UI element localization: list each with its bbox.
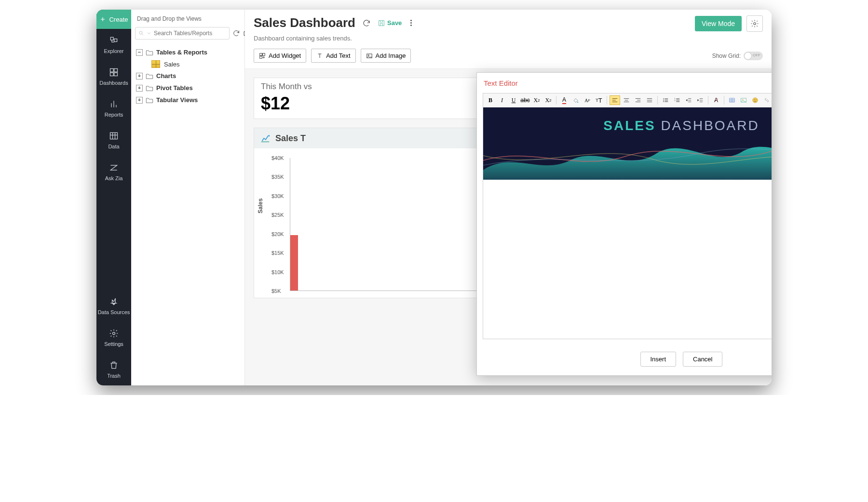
tree-root[interactable]: − Tables & Reports (135, 46, 241, 58)
tree-label: Pivot Tables (156, 84, 193, 92)
align-left-button[interactable] (610, 95, 620, 105)
nav-data-sources[interactable]: Data Sources (96, 290, 131, 322)
superscript-button[interactable]: X2 (543, 95, 554, 105)
widget-icon (259, 53, 266, 59)
folder-icon (146, 97, 153, 104)
emoji-button[interactable] (750, 95, 760, 105)
table-button[interactable] (727, 95, 737, 105)
ul-icon (662, 97, 669, 104)
settings-button[interactable] (746, 15, 763, 32)
create-button[interactable]: Create (96, 10, 131, 29)
banner-image: SALES DASHBOARD (483, 107, 772, 180)
nav-dashboards[interactable]: Dashboards (96, 61, 131, 92)
add-widget-button[interactable]: Add Widget (254, 49, 306, 63)
show-grid: Show Grid: OFF (712, 52, 763, 60)
outdent-button[interactable] (683, 95, 694, 105)
cancel-button[interactable]: Cancel (683, 352, 722, 367)
show-grid-label: Show Grid: (712, 53, 741, 59)
tree-group-charts[interactable]: + Charts (135, 70, 241, 82)
save-icon (378, 19, 385, 27)
refresh-button[interactable] (232, 28, 240, 39)
bold-button[interactable]: B (485, 95, 496, 105)
view-mode-button[interactable]: View Mode (695, 16, 742, 31)
sheet-icon (151, 60, 160, 68)
nav-reports[interactable]: Reports (96, 92, 131, 124)
nav-explorer[interactable]: Explorer (96, 29, 131, 61)
number-list-button[interactable]: 12 (672, 95, 682, 105)
btn-label: Add Text (326, 52, 350, 59)
expand-icon[interactable]: + (136, 73, 143, 79)
image-insert-button[interactable] (738, 95, 749, 105)
align-justify-icon (646, 97, 653, 104)
text-editor-modal: Text Editor B I U abc X2 X2 A AF TT (476, 72, 772, 376)
rte: B I U abc X2 X2 A AF TT (483, 93, 772, 339)
svg-point-15 (368, 54, 369, 55)
table-icon (729, 97, 735, 104)
y-tick: $30K (271, 193, 287, 199)
indent-button[interactable] (695, 95, 705, 105)
search-input[interactable] (154, 30, 226, 37)
svg-rect-4 (110, 73, 114, 76)
outdent-icon (685, 97, 692, 104)
search-input-wrap[interactable] (135, 27, 230, 40)
create-label: Create (109, 16, 128, 23)
svg-rect-0 (110, 37, 113, 40)
nav-settings[interactable]: Settings (96, 322, 131, 354)
rte-canvas[interactable]: SALES DASHBOARD (483, 107, 772, 339)
align-center-button[interactable] (621, 95, 632, 105)
tree-leaf-sales[interactable]: Sales (135, 58, 241, 70)
nav-label: Data (108, 144, 119, 149)
expand-icon[interactable]: + (136, 97, 143, 104)
nav-label: Trash (107, 373, 121, 379)
svg-point-27 (756, 99, 756, 100)
align-justify-button[interactable] (644, 95, 655, 105)
align-right-button[interactable] (633, 95, 643, 105)
nav-data[interactable]: Data (96, 124, 131, 156)
text-color-button[interactable]: A (559, 95, 570, 105)
svg-point-24 (742, 99, 743, 100)
tree-label: Tables & Reports (156, 49, 207, 56)
italic-button[interactable]: I (497, 95, 507, 105)
show-grid-toggle[interactable]: OFF (744, 52, 763, 60)
collapse-icon[interactable]: − (136, 49, 143, 56)
tree-label: Tabular Views (156, 96, 198, 104)
tree-group-pivot[interactable]: + Pivot Tables (135, 82, 241, 94)
bullet-list-button[interactable] (660, 95, 671, 105)
dashboards-icon (109, 67, 119, 77)
y-tick: $10K (271, 269, 287, 275)
underline-button[interactable]: U (508, 95, 519, 105)
expand-icon[interactable]: + (136, 85, 143, 92)
insert-button[interactable]: Insert (640, 352, 677, 367)
add-image-button[interactable]: Add Image (361, 49, 411, 63)
highlight-button[interactable] (570, 95, 581, 105)
nav-ask-zia[interactable]: Ask Zia (96, 156, 131, 188)
nav-trash[interactable]: Trash (96, 354, 131, 385)
tree: − Tables & Reports Sales + Charts + Pivo… (131, 44, 244, 108)
clear-format-button[interactable]: A⟋ (711, 95, 721, 105)
svg-rect-12 (263, 53, 265, 55)
add-text-button[interactable]: Add Text (311, 49, 355, 63)
refresh-icon[interactable] (362, 19, 371, 27)
zia-icon (109, 163, 119, 172)
svg-rect-1 (114, 39, 117, 42)
chart-title: Sales T (275, 133, 306, 144)
align-center-icon (623, 97, 630, 104)
more-menu[interactable] (408, 20, 414, 26)
toggle-state: OFF (753, 53, 760, 57)
tree-label: Sales (164, 61, 180, 68)
chevron-down-icon (146, 30, 152, 36)
text-icon (316, 53, 323, 59)
folder-icon (146, 85, 153, 92)
gear-icon (109, 329, 119, 338)
font-size-button[interactable]: TT (594, 95, 604, 105)
svg-rect-11 (260, 53, 262, 55)
emoji-icon (752, 97, 759, 104)
y-tick: $35K (271, 174, 287, 180)
strike-button[interactable]: abc (520, 95, 530, 105)
subscript-button[interactable]: X2 (531, 95, 542, 105)
link-button[interactable] (761, 95, 772, 105)
nav-label: Explorer (104, 48, 124, 54)
font-family-button[interactable]: AF (582, 95, 593, 105)
save-button[interactable]: Save (378, 19, 402, 27)
tree-group-tabular[interactable]: + Tabular Views (135, 94, 241, 106)
